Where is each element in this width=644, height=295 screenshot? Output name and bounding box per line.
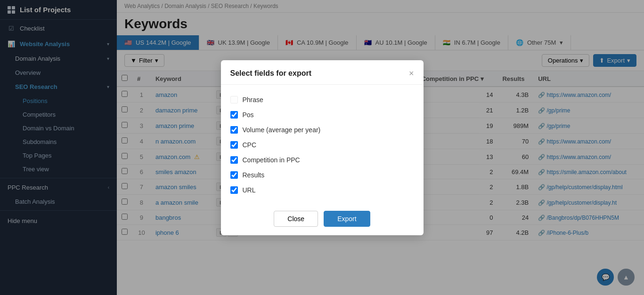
- pos-label: Pos: [243, 111, 254, 119]
- results-label: Results: [243, 171, 265, 179]
- results-checkbox[interactable]: [230, 171, 238, 179]
- field-results: Results: [230, 167, 414, 183]
- field-pos: Pos: [230, 107, 414, 122]
- modal-overlay: Select fields for export × Phrase Pos Vo…: [0, 0, 644, 295]
- cpc-label: CPC: [243, 141, 257, 149]
- modal-close-button[interactable]: ×: [409, 69, 414, 79]
- competition-checkbox[interactable]: [230, 156, 238, 164]
- field-phrase: Phrase: [230, 92, 414, 107]
- field-cpc: CPC: [230, 137, 414, 152]
- field-competition: Competition in PPC: [230, 152, 414, 167]
- field-volume: Volume (average per year): [230, 122, 414, 137]
- url-label: URL: [243, 186, 256, 194]
- pos-checkbox[interactable]: [230, 111, 238, 119]
- modal-title: Select fields for export: [230, 69, 312, 78]
- close-button[interactable]: Close: [274, 211, 318, 227]
- cpc-checkbox[interactable]: [230, 141, 238, 149]
- modal-body: Phrase Pos Volume (average per year) CPC: [221, 85, 424, 205]
- volume-checkbox[interactable]: [230, 126, 238, 134]
- modal-export-button[interactable]: Export: [324, 211, 370, 227]
- field-url: URL: [230, 183, 414, 198]
- url-checkbox[interactable]: [230, 186, 238, 194]
- competition-label: Competition in PPC: [243, 156, 300, 164]
- modal-footer: Close Export: [221, 205, 424, 235]
- modal-header: Select fields for export ×: [221, 60, 424, 85]
- volume-label: Volume (average per year): [243, 126, 321, 134]
- export-modal: Select fields for export × Phrase Pos Vo…: [221, 60, 424, 235]
- phrase-label: Phrase: [243, 96, 263, 104]
- phrase-checkbox[interactable]: [230, 96, 238, 104]
